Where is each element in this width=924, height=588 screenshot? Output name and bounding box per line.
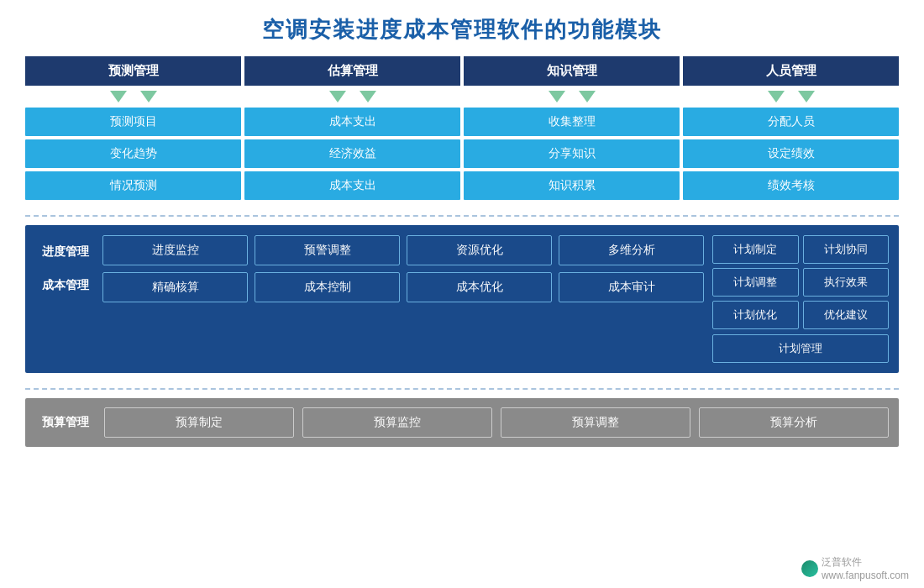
arrow-down-icon: [329, 91, 346, 102]
budget-item-2: 预算调整: [501, 407, 690, 438]
list-item: 变化趋势: [25, 139, 241, 168]
arrows-row: [25, 89, 899, 104]
arrow-down-icon: [579, 91, 596, 102]
arrow-group-1: [244, 89, 460, 104]
arrow-down-icon: [798, 91, 815, 102]
header-cell-0: 预测管理: [25, 56, 241, 86]
list-item: 精确核算: [102, 272, 248, 302]
arrow-group-2: [464, 89, 680, 104]
list-item: 收集整理: [464, 108, 680, 136]
item-col-3: 分配人员 设定绩效 绩效考核: [683, 108, 899, 200]
label-progress: 进度管理: [35, 239, 96, 265]
arrow-down-icon: [110, 91, 127, 102]
middle-row-1: 进度监控 预警调整 资源优化 多维分析: [102, 235, 704, 265]
plan-item-3: 执行效果: [803, 268, 890, 297]
list-item: 情况预测: [25, 171, 241, 200]
plan-item-5: 优化建议: [803, 301, 890, 329]
list-item: 预测项目: [25, 108, 241, 136]
plan-item-4: 计划优化: [712, 301, 799, 329]
item-col-2: 收集整理 分享知识 知识积累: [464, 108, 680, 200]
list-item: 预警调整: [255, 235, 400, 265]
list-item: 绩效考核: [683, 171, 899, 200]
arrow-down-icon: [140, 91, 157, 102]
item-col-0: 预测项目 变化趋势 情况预测: [25, 108, 241, 200]
item-col-1: 成本支出 经济效益 成本支出: [244, 108, 460, 200]
watermark-logo-icon: [801, 560, 818, 577]
list-item: 成本优化: [407, 272, 552, 302]
list-item: 成本控制: [255, 272, 400, 302]
arrow-down-icon: [768, 91, 785, 102]
list-item: 经济效益: [244, 139, 460, 168]
main-container: 空调安装进度成本管理软件的功能模块 预测管理 估算管理 知识管理 人员管理: [0, 0, 924, 588]
list-item: 资源优化: [407, 235, 552, 265]
plan-item-0: 计划制定: [712, 235, 799, 264]
middle-labels: 进度管理 成本管理: [35, 235, 96, 302]
middle-left: 进度管理 成本管理 进度监控 预警调整 资源优化 多维分析 精确核算 成本控制 …: [35, 235, 704, 363]
budget-item-3: 预算分析: [699, 407, 889, 438]
list-item: 设定绩效: [683, 139, 899, 168]
items-grid: 预测项目 变化趋势 情况预测 成本支出 经济效益 成本支出 收集整理 分享知识 …: [25, 108, 899, 200]
top-section: 预测管理 估算管理 知识管理 人员管理: [25, 56, 899, 200]
plan-item-2: 计划调整: [712, 268, 799, 297]
header-cell-2: 知识管理: [464, 56, 680, 86]
list-item: 进度监控: [102, 235, 248, 265]
plan-footer: 计划管理: [712, 334, 889, 363]
middle-grid-area: 进度监控 预警调整 资源优化 多维分析 精确核算 成本控制 成本优化 成本审计: [102, 235, 704, 302]
list-item: 成本审计: [559, 272, 704, 302]
watermark-text: 泛普软件 www.fanpusoft.com: [822, 555, 909, 581]
middle-section: 进度管理 成本管理 进度监控 预警调整 资源优化 多维分析 精确核算 成本控制 …: [25, 225, 899, 373]
watermark: 泛普软件 www.fanpusoft.com: [801, 555, 909, 581]
budget-item-1: 预算监控: [302, 407, 492, 438]
header-cell-3: 人员管理: [683, 56, 899, 86]
header-row: 预测管理 估算管理 知识管理 人员管理: [25, 56, 899, 86]
divider-bottom: [25, 388, 899, 390]
list-item: 知识积累: [464, 171, 680, 200]
bottom-section: 预算管理 预算制定 预算监控 预算调整 预算分析: [25, 398, 899, 447]
header-cell-1: 估算管理: [244, 56, 460, 86]
arrow-down-icon: [360, 91, 376, 102]
budget-item-0: 预算制定: [104, 407, 294, 438]
middle-right: 计划制定 计划协同 计划调整 执行效果 计划优化 优化建议 计划管理: [712, 235, 889, 363]
middle-content-row: 进度管理 成本管理 进度监控 预警调整 资源优化 多维分析 精确核算 成本控制 …: [35, 235, 704, 302]
page-title: 空调安装进度成本管理软件的功能模块: [25, 15, 899, 45]
label-cost: 成本管理: [35, 273, 96, 298]
list-item: 成本支出: [244, 108, 460, 136]
divider-top: [25, 215, 899, 217]
arrow-group-0: [25, 89, 241, 104]
list-item: 分配人员: [683, 108, 899, 136]
list-item: 分享知识: [464, 139, 680, 168]
plan-grid: 计划制定 计划协同 计划调整 执行效果 计划优化 优化建议: [712, 235, 889, 329]
arrow-group-3: [683, 89, 899, 104]
middle-row-2: 精确核算 成本控制 成本优化 成本审计: [102, 272, 704, 302]
list-item: 多维分析: [559, 235, 704, 265]
list-item: 成本支出: [244, 171, 460, 200]
arrow-down-icon: [549, 91, 565, 102]
bottom-label: 预算管理: [35, 415, 96, 430]
plan-item-1: 计划协同: [803, 235, 890, 264]
